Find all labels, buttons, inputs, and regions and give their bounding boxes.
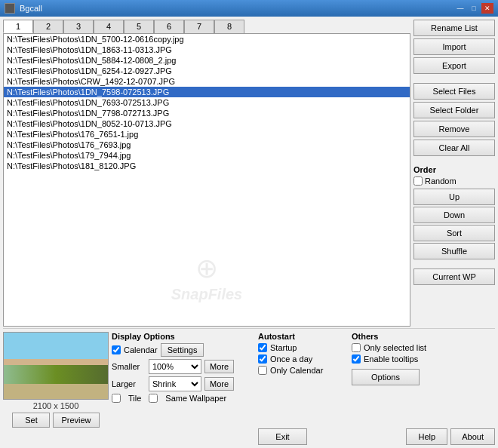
file-item[interactable]: N:\TestFiles\Photos\1DN_6254-12-0927.JPG	[4, 66, 410, 76]
select-folder-button[interactable]: Select Folder	[413, 102, 495, 118]
random-row: Random	[413, 176, 495, 186]
tab-4[interactable]: 4	[94, 20, 124, 33]
once-a-day-row: Once a day	[258, 354, 349, 364]
calendar-checkbox[interactable]	[112, 345, 121, 354]
random-checkbox[interactable]	[413, 176, 423, 186]
select-files-button[interactable]: Select Files	[413, 83, 495, 100]
tab-6[interactable]: 6	[154, 20, 184, 33]
file-item[interactable]: N:\TestFiles\Photos\176_7693.jpg	[4, 140, 410, 150]
file-item[interactable]: N:\TestFiles\Photos\1DN_1863-11-0313.JPG	[4, 44, 410, 55]
tab-7[interactable]: 7	[184, 20, 214, 33]
file-list: N:\TestFiles\Photos\1DN_5700-12-0616copy…	[4, 34, 410, 171]
tabs-row: 1 2 3 4 5 6 7 8	[3, 20, 410, 33]
tab-1[interactable]: 1	[3, 20, 33, 33]
file-item[interactable]: N:\TestFiles\Photos\CRW_1492-12-0707.JPG	[4, 76, 410, 87]
rename-list-button[interactable]: Rename List	[413, 20, 495, 36]
file-item[interactable]: N:\TestFiles\Photos\1DN_7693-072513.JPG	[4, 97, 410, 108]
same-wallpaper-label: Same Wallpaper	[165, 394, 226, 403]
window-controls: — □ ✕	[454, 3, 493, 14]
calendar-label: Calendar	[124, 345, 158, 354]
tab-8[interactable]: 8	[214, 20, 244, 33]
autostart-section: Autostart Startup Once a day Only Calend…	[258, 332, 349, 445]
tile-checkbox[interactable]	[112, 394, 121, 403]
minimize-button[interactable]: —	[454, 3, 466, 14]
file-item[interactable]: N:\TestFiles\Photos\1DN_5700-12-0616copy…	[4, 34, 410, 44]
right-panel: Rename List Import Export Select Files S…	[413, 20, 495, 327]
others-section: Others Only selected list Enable tooltip…	[352, 332, 495, 445]
others-title: Others	[352, 332, 495, 341]
main-window: 1 2 3 4 5 6 7 8 N:\TestFiles\Photos\1DN_…	[0, 17, 498, 448]
same-wallpaper-checkbox[interactable]	[149, 394, 158, 403]
once-a-day-checkbox[interactable]	[258, 354, 267, 364]
current-wp-button[interactable]: Current WP	[413, 268, 495, 285]
only-selected-list-row: Only selected list	[352, 343, 495, 352]
left-panel: 1 2 3 4 5 6 7 8 N:\TestFiles\Photos\1DN_…	[3, 20, 410, 327]
startup-checkbox[interactable]	[258, 343, 267, 352]
thumb-size: 2100 x 1500	[33, 401, 79, 410]
tile-label: Tile	[128, 394, 141, 403]
options-button[interactable]: Options	[352, 369, 420, 385]
larger-select[interactable]: Shrink Stretch Center Tile	[149, 376, 201, 391]
tab-5[interactable]: 5	[124, 20, 154, 33]
enable-tooltips-checkbox[interactable]	[352, 354, 361, 364]
larger-more-button[interactable]: More	[204, 377, 234, 391]
bottom-section: 2100 x 1500 Set Preview Display Options …	[3, 328, 495, 445]
down-button[interactable]: Down	[413, 207, 495, 223]
clear-all-button[interactable]: Clear All	[413, 140, 495, 156]
import-button[interactable]: Import	[413, 38, 495, 55]
app-icon	[5, 3, 15, 14]
enable-tooltips-label: Enable tooltips	[364, 354, 418, 364]
top-section: 1 2 3 4 5 6 7 8 N:\TestFiles\Photos\1DN_…	[3, 20, 495, 327]
export-button[interactable]: Export	[413, 57, 495, 74]
up-button[interactable]: Up	[413, 189, 495, 205]
file-item[interactable]: N:\TestFiles\Photos\176_7651-1.jpg	[4, 129, 410, 140]
random-label: Random	[425, 176, 456, 186]
startup-row: Startup	[258, 343, 349, 352]
settings-button[interactable]: Settings	[161, 343, 204, 357]
help-button[interactable]: Help	[406, 428, 447, 445]
enable-tooltips-row: Enable tooltips	[352, 354, 495, 364]
larger-row: Larger Shrink Stretch Center Tile More	[112, 376, 255, 391]
shuffle-button[interactable]: Shuffle	[413, 243, 495, 259]
larger-label: Larger	[112, 379, 146, 388]
file-item[interactable]: N:\TestFiles\Photos\1DN_8052-10-0713.JPG	[4, 118, 410, 129]
close-button[interactable]: ✕	[481, 3, 493, 14]
only-calendar-checkbox[interactable]	[258, 366, 267, 375]
file-item[interactable]: N:\TestFiles\Photos\1DN_7598-072513.JPG	[4, 87, 410, 97]
display-options-title: Display Options	[112, 332, 255, 341]
file-item[interactable]: N:\TestFiles\Photos\1DN_5884-12-0808_2.j…	[4, 55, 410, 66]
calendar-row: Calendar Settings	[112, 343, 255, 357]
once-a-day-label: Once a day	[270, 354, 312, 364]
set-button[interactable]: Set	[12, 413, 50, 428]
about-button[interactable]: About	[450, 428, 495, 445]
autostart-title: Autostart	[258, 332, 349, 341]
thumbnail-image	[3, 332, 109, 400]
order-label: Order	[413, 165, 495, 174]
watermark-text: SnapFiles	[171, 286, 242, 303]
only-selected-list-label: Only selected list	[364, 343, 426, 352]
smaller-more-button[interactable]: More	[204, 360, 234, 373]
title-bar-left: Bgcall	[5, 3, 42, 14]
maximize-button[interactable]: □	[468, 3, 480, 14]
tab-3[interactable]: 3	[63, 20, 94, 33]
exit-button[interactable]: Exit	[258, 428, 307, 445]
smaller-row: Smaller 100% 90% 80% 70% More	[112, 359, 255, 374]
sort-button[interactable]: Sort	[413, 225, 495, 241]
startup-label: Startup	[270, 343, 297, 352]
file-item[interactable]: N:\TestFiles\Photos\179_7944.jpg	[4, 150, 410, 161]
remove-button[interactable]: Remove	[413, 121, 495, 137]
file-item[interactable]: N:\TestFiles\Photos\1DN_7798-072713.JPG	[4, 108, 410, 118]
smaller-select[interactable]: 100% 90% 80% 70%	[149, 359, 201, 374]
order-section: Order Random Up Down Sort Shuffle	[413, 165, 495, 259]
file-list-container[interactable]: N:\TestFiles\Photos\1DN_5700-12-0616copy…	[3, 33, 410, 327]
window-title: Bgcall	[20, 4, 42, 13]
only-selected-list-checkbox[interactable]	[352, 343, 361, 352]
tab-2[interactable]: 2	[33, 20, 63, 33]
only-calendar-row: Only Calendar	[258, 366, 349, 375]
only-calendar-label: Only Calendar	[270, 366, 323, 375]
preview-button[interactable]: Preview	[53, 413, 99, 428]
watermark: ⊕ SnapFiles	[171, 253, 242, 303]
file-item[interactable]: N:\TestFiles\Photos\181_8120.JPG	[4, 161, 410, 171]
smaller-label: Smaller	[112, 362, 146, 371]
thumb-buttons: Set Preview	[12, 413, 99, 428]
